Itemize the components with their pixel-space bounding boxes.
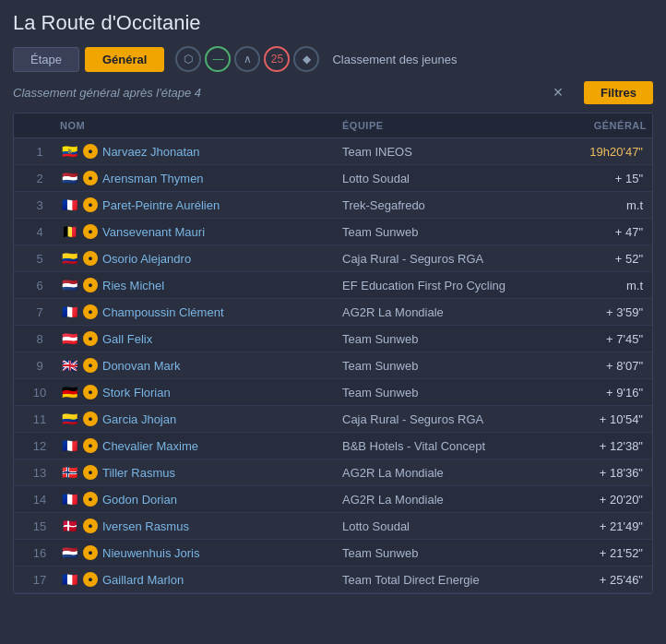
rider-name[interactable]: Vansevenant Mauri (102, 225, 205, 239)
row-name-cell: 🇫🇷 ● Chevalier Maxime (60, 438, 342, 453)
time-value: + 10'54" (545, 412, 647, 426)
row-name-cell: 🇬🇧 ● Donovan Mark (60, 358, 342, 373)
table-row: 7 🇫🇷 ● Champoussin Clément AG2R La Mondi… (14, 299, 652, 326)
rating-icon: ● (83, 304, 98, 319)
row-name-cell: 🇫🇷 ● Gaillard Marlon (60, 572, 342, 587)
sprint-icon[interactable]: 25 (264, 46, 290, 72)
close-button[interactable]: × (545, 79, 571, 105)
table-row: 5 🇨🇴 ● Osorio Alejandro Caja Rural - Seg… (14, 245, 652, 272)
time-value: + 9'16" (545, 386, 647, 400)
flag-icon: 🇫🇷 (60, 573, 78, 586)
rating-icon: ● (83, 519, 98, 533)
row-position: 14 (19, 493, 60, 507)
table-row: 9 🇬🇧 ● Donovan Mark Team Sunweb + 8'07" (14, 352, 652, 379)
time-value: + 3'59" (545, 305, 647, 319)
rating-icon: ● (83, 197, 98, 212)
rider-name[interactable]: Ries Michel (102, 279, 164, 292)
row-position: 4 (19, 225, 60, 239)
rider-name[interactable]: Garcia Jhojan (102, 412, 176, 426)
row-position: 7 (19, 305, 60, 319)
row-position: 12 (19, 439, 60, 453)
page-title: La Route d'Occitanie (13, 11, 653, 35)
row-position: 9 (19, 359, 60, 373)
row-name-cell: 🇳🇱 ● Ries Michel (60, 278, 342, 292)
rating-icon: ● (83, 251, 98, 266)
time-value: m.t (545, 279, 647, 292)
row-position: 13 (19, 466, 60, 480)
team-name: B&B Hotels - Vital Concept (342, 439, 545, 453)
team-name: AG2R La Mondiale (342, 305, 545, 319)
flag-icon: 🇳🇱 (60, 172, 78, 185)
hex-icon[interactable]: ⬡ (175, 46, 201, 72)
team-name: Lotto Soudal (342, 172, 545, 185)
row-position: 1 (19, 145, 60, 159)
rider-name[interactable]: Godon Dorian (102, 493, 177, 507)
row-name-cell: 🇪🇨 ● Narvaez Jhonatan (60, 144, 342, 159)
flag-icon: 🇨🇴 (60, 252, 78, 265)
tab-etape[interactable]: Étape (13, 47, 79, 72)
rider-name[interactable]: Osorio Alejandro (102, 252, 191, 266)
time-value: + 8'07" (545, 359, 647, 373)
table-row: 8 🇦🇹 ● Gall Felix Team Sunweb + 7'45" (14, 326, 652, 352)
flag-icon: 🇧🇪 (60, 225, 78, 238)
flag-icon: 🇪🇨 (60, 145, 78, 158)
rider-name[interactable]: Gall Felix (102, 332, 152, 346)
team-name: Team INEOS (342, 145, 545, 159)
row-name-cell: 🇳🇴 ● Tiller Rasmus (60, 465, 342, 480)
tab-general[interactable]: Général (85, 47, 164, 72)
diamond-icon[interactable]: ◆ (293, 46, 319, 72)
rider-name[interactable]: Paret-Peintre Aurélien (102, 198, 220, 212)
rider-name[interactable]: Iversen Rasmus (102, 519, 189, 533)
col-num (19, 120, 60, 131)
rider-name[interactable]: Tiller Rasmus (102, 466, 175, 480)
rider-name[interactable]: Gaillard Marlon (102, 573, 184, 587)
rider-name[interactable]: Stork Florian (102, 386, 171, 400)
row-position: 17 (19, 573, 60, 587)
row-name-cell: 🇫🇷 ● Champoussin Clément (60, 304, 342, 319)
table-row: 15 🇩🇰 ● Iversen Rasmus Lotto Soudal + 21… (14, 513, 652, 540)
rating-icon: ● (83, 331, 98, 346)
table-row: 6 🇳🇱 ● Ries Michel EF Education First Pr… (14, 272, 652, 299)
team-name: Trek-Segafredo (342, 198, 545, 212)
rating-icon: ● (83, 278, 98, 292)
row-name-cell: 🇦🇹 ● Gall Felix (60, 331, 342, 346)
flag-icon: 🇨🇴 (60, 412, 78, 425)
col-general: GÉNÉRAL (545, 120, 647, 131)
results-table: NOM ÉQUIPE GÉNÉRAL 1 🇪🇨 ● Narvaez Jhonat… (13, 113, 653, 594)
row-position: 6 (19, 279, 60, 292)
flag-icon: 🇩🇪 (60, 386, 78, 399)
table-row: 1 🇪🇨 ● Narvaez Jhonatan Team INEOS 19h20… (14, 138, 652, 165)
rider-name[interactable]: Champoussin Clément (102, 305, 224, 319)
minus-icon[interactable]: — (205, 46, 231, 72)
subtitle: Classement général après l'étape 4 (13, 86, 201, 100)
col-nom: NOM (60, 120, 342, 131)
table-row: 3 🇫🇷 ● Paret-Peintre Aurélien Trek-Segaf… (14, 192, 652, 219)
row-position: 5 (19, 252, 60, 266)
table-row: 10 🇩🇪 ● Stork Florian Team Sunweb + 9'16… (14, 379, 652, 406)
flag-icon: 🇫🇷 (60, 439, 78, 452)
flag-icon: 🇫🇷 (60, 198, 78, 211)
app-container: La Route d'Occitanie Étape Général ⬡ — ∧… (0, 0, 666, 603)
mountain-icon[interactable]: ∧ (234, 46, 260, 72)
row-position: 8 (19, 332, 60, 346)
rating-icon: ● (83, 545, 98, 560)
rider-name[interactable]: Donovan Mark (102, 359, 181, 373)
time-value: + 25'46" (545, 573, 647, 587)
icon-group: ⬡ — ∧ 25 ◆ (175, 46, 319, 72)
table-row: 16 🇳🇱 ● Nieuwenhuis Joris Team Sunweb + … (14, 540, 652, 566)
row-name-cell: 🇧🇪 ● Vansevenant Mauri (60, 224, 342, 239)
team-name: Caja Rural - Seguros RGA (342, 252, 545, 266)
rider-name[interactable]: Nieuwenhuis Joris (102, 546, 200, 560)
table-header: NOM ÉQUIPE GÉNÉRAL (14, 113, 652, 138)
rider-name[interactable]: Arensman Thymen (102, 172, 204, 185)
rider-name[interactable]: Narvaez Jhonatan (102, 145, 200, 159)
time-value: + 52" (545, 252, 647, 266)
row-position: 16 (19, 546, 60, 560)
rating-icon: ● (83, 171, 98, 185)
rider-name[interactable]: Chevalier Maxime (102, 439, 198, 453)
table-row: 4 🇧🇪 ● Vansevenant Mauri Team Sunweb + 4… (14, 219, 652, 245)
filter-button[interactable]: Filtres (584, 81, 653, 104)
table-row: 11 🇨🇴 ● Garcia Jhojan Caja Rural - Segur… (14, 406, 652, 433)
rating-icon: ● (83, 224, 98, 239)
row-name-cell: 🇨🇴 ● Osorio Alejandro (60, 251, 342, 266)
